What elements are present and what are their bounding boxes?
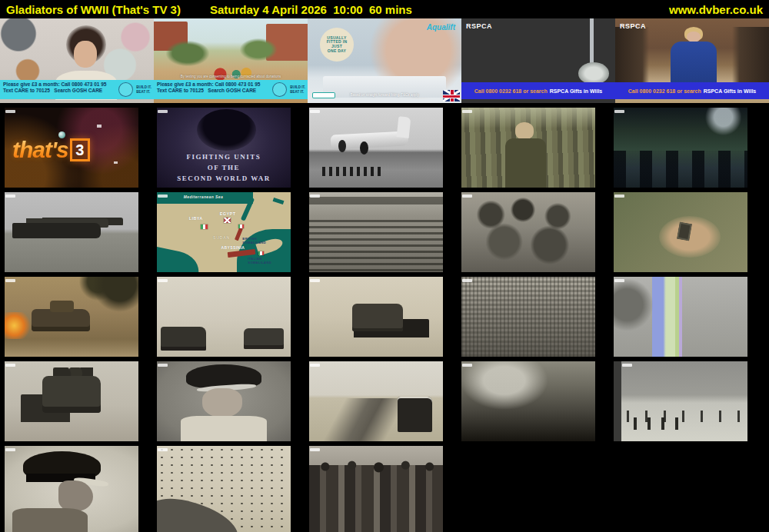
gosh-appeal-call: Call 0800 473 01 95 <box>60 81 107 87</box>
thumb-desert-battlefield-aerial <box>157 446 291 532</box>
titlecard-line: SECOND WORLD WAR <box>157 174 291 185</box>
tree-blob <box>166 41 209 66</box>
person-face <box>74 41 97 68</box>
thumbnail-watermark-icon <box>310 110 320 113</box>
map-label-libya: LIBYA <box>189 216 203 221</box>
thumb-transport-plane <box>309 108 443 188</box>
aircraft-tailfin <box>396 117 410 139</box>
aqualift-logo: Aqualift <box>427 23 455 32</box>
soldier-figures <box>634 417 684 431</box>
tank-silhouette <box>161 327 206 351</box>
tree-blob <box>240 38 277 61</box>
titlecard-line: FIGHTING UNITS <box>157 152 291 163</box>
gosh-appeal-bold: Please give £3 a month: <box>157 81 214 87</box>
troops-boarding <box>322 167 384 176</box>
gosh-charity-logo-icon <box>272 82 287 97</box>
glitch-artifact <box>78 145 82 147</box>
map-label-sea: Mediterranean Sea <box>184 195 223 199</box>
thumbnail-watermark-icon <box>5 279 15 282</box>
gosh-logos: BUILD IT. BEAT IT. <box>118 82 151 97</box>
thumb-dense-crowd <box>461 277 595 357</box>
thumb-africa-map: Mediterranean Sea LIBYA EGYPT SUDAN BRIT… <box>157 192 291 272</box>
map-label-british-somaliland: BRITISH SOMALILAND <box>242 238 266 245</box>
thats3-wordmark: that's <box>12 137 68 163</box>
thumbnail-watermark-icon <box>310 364 320 367</box>
thumb-troops-by-trees <box>614 108 747 188</box>
thumbnail-watermark-icon <box>158 195 168 198</box>
soldier-figures <box>614 151 747 188</box>
thumb-titlecard: FIGHTING UNITS OF THE SECOND WORLD WAR <box>157 108 291 188</box>
thumbnail-watermark-icon <box>310 448 320 451</box>
thumbnail-watermark-icon <box>462 110 472 113</box>
thumb-troopship <box>5 192 138 272</box>
gulf-of-guinea <box>157 246 202 272</box>
fitted-in-one-day-badge: USUALLY FITTED IN JUST ONE DAY <box>320 28 354 62</box>
gosh-appeal-bold: Please give £3 a month: <box>3 81 60 87</box>
rspca-banner-call: Call 0800 0232 618 or search <box>628 88 701 94</box>
desert-road <box>321 398 408 441</box>
thumb-mass-parade <box>309 192 443 272</box>
thumbnail-watermark-icon <box>5 195 15 198</box>
thumb-tank-jungle-explosion <box>5 277 138 357</box>
consent-smallprint: By texting you are consenting to being c… <box>154 75 308 78</box>
gosh-donation-banner: Please give £3 a month: Call 0800 473 01… <box>154 80 308 99</box>
thumb-advancing-troops <box>614 361 747 441</box>
map-label-line: SOMALILAND <box>242 241 266 244</box>
italy-flag-icon <box>258 251 264 255</box>
badge-line: ONE DAY <box>328 49 346 54</box>
rspca-banner-call: Call 0800 0232 618 or search <box>474 88 548 94</box>
uk-flag-icon <box>224 218 231 223</box>
ship-hull <box>12 223 101 239</box>
thumb-battlefield-smoke <box>461 361 595 441</box>
build-it-beat-it-logo: BUILD IT. BEAT IT. <box>136 85 151 94</box>
hands <box>659 216 721 258</box>
screenshot-canvas: Gladiators of WWII (That's TV 3) Saturda… <box>0 0 769 532</box>
armoured-car-body <box>352 304 403 331</box>
gosh-charity-logo-icon <box>118 82 133 97</box>
thumbnail-watermark-icon <box>5 364 15 367</box>
thumb-desert-tanks <box>157 277 291 357</box>
thumbnail-watermark-icon <box>462 195 472 198</box>
ad-thumb-rspca-cat: RSPCA Call 0800 0232 618 or search RSPCA… <box>461 18 615 103</box>
rspca-wills-banner: Call 0800 0232 618 or search RSPCA Gifts… <box>615 82 769 99</box>
tank-silhouette <box>42 376 102 413</box>
rspca-wills-banner: Call 0800 0232 618 or search RSPCA Gifts… <box>461 82 615 99</box>
officer-torso <box>12 508 87 532</box>
thumbnail-watermark-icon <box>614 279 624 282</box>
rspca-banner-product: RSPCA Gifts in Wills <box>704 88 757 94</box>
broadcast-schedule: Saturday 4 April 2026 10:00 60 mins <box>210 3 412 16</box>
thumbnail-watermark-icon <box>462 364 472 367</box>
thumbnail-watermark-icon <box>614 195 624 198</box>
thumb-soldiers-on-parade <box>461 108 595 188</box>
map-label-line: SOMALILAND <box>248 261 271 264</box>
thumbnail-watermark-icon <box>462 279 472 282</box>
thumbnail-watermark-icon <box>5 110 15 113</box>
installer-logo-icon <box>312 92 335 98</box>
persian-gulf <box>273 198 285 204</box>
thats3-logo: that's 3 <box>12 137 90 163</box>
thumbnail-watermark-icon <box>158 279 168 282</box>
officer-face <box>202 388 242 417</box>
truck-silhouette <box>398 397 432 432</box>
gosh-logos: BUILD IT. BEAT IT. <box>272 82 305 97</box>
beat-it-line: BEAT IT. <box>136 90 150 94</box>
thumb-soldier-group <box>461 192 595 272</box>
tank-hull <box>32 309 91 331</box>
programme-title: Gladiators of WWII (That's TV 3) <box>6 3 181 16</box>
titlecard-text: FIGHTING UNITS OF THE SECOND WORLD WAR <box>157 152 291 185</box>
parade-ranks <box>309 216 443 272</box>
thumb-tanks-with-crews <box>5 361 138 441</box>
cap-badge <box>677 221 692 240</box>
thumb-armoured-car <box>309 277 443 357</box>
thumb-prisoner-column <box>309 446 443 532</box>
ad-thumb-gosh-interview: Please give £3 a month: Call 0800 473 01… <box>0 18 154 103</box>
helmet-silhouette <box>197 109 256 151</box>
thumbnail-watermark-icon <box>310 279 320 282</box>
map-label-abyssinia: ABYSSINIA <box>221 245 245 250</box>
thumb-officer-profile <box>5 446 138 532</box>
italy-flag-icon <box>201 224 208 229</box>
rspca-banner-product: RSPCA Gifts in Wills <box>550 88 603 94</box>
thumbnail-watermark-icon <box>614 110 624 113</box>
thumbnail-watermark-icon <box>310 195 320 198</box>
ad-thumb-rspca-stable: RSPCA Call 0800 0232 618 or search RSPCA… <box>615 18 769 103</box>
